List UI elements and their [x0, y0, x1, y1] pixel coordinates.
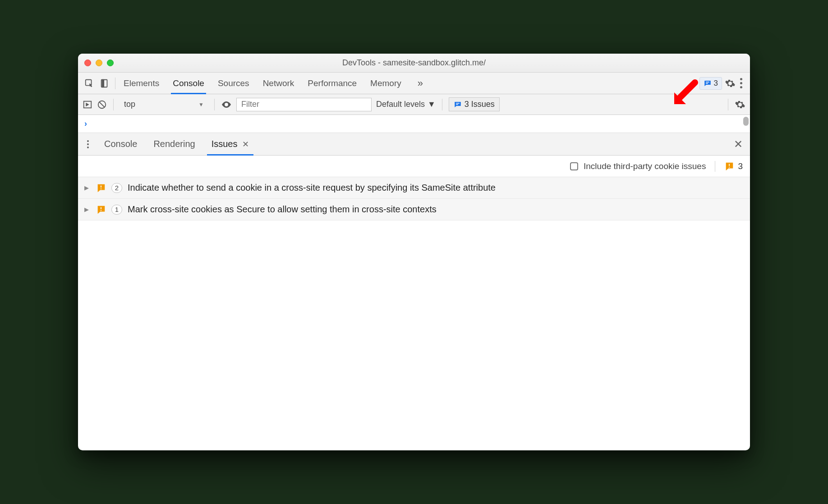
main-tabs: Elements Console Sources Network Perform… — [118, 73, 699, 94]
drawer-tab-rendering[interactable]: Rendering — [149, 133, 199, 155]
tab-network[interactable]: Network — [263, 73, 294, 94]
issue-title: Mark cross-site cookies as Secure to all… — [128, 203, 744, 215]
svg-rect-9 — [101, 188, 101, 189]
drawer-more-icon[interactable] — [83, 140, 93, 148]
filter-input[interactable] — [236, 98, 372, 111]
separator — [715, 161, 715, 172]
console-input-area[interactable]: › — [78, 115, 750, 133]
close-window-button[interactable] — [84, 60, 91, 66]
issues-count-text: 3 — [714, 79, 718, 88]
svg-rect-6 — [729, 164, 730, 166]
svg-rect-2 — [102, 79, 104, 87]
svg-rect-10 — [101, 207, 101, 209]
issues-button-label: 3 Issues — [465, 100, 495, 109]
console-settings-gear-icon[interactable] — [735, 99, 745, 110]
zoom-window-button[interactable] — [107, 60, 114, 66]
close-drawer-icon[interactable]: ✕ — [731, 138, 745, 151]
close-tab-icon[interactable]: ✕ — [242, 139, 249, 149]
issue-row[interactable]: ▶ 2 Indicate whether to send a cookie in… — [78, 177, 750, 199]
issue-count-badge: 2 — [111, 183, 122, 193]
settings-gear-icon[interactable] — [725, 78, 736, 89]
tab-console[interactable]: Console — [173, 73, 204, 94]
tab-performance[interactable]: Performance — [308, 73, 357, 94]
live-expression-eye-icon[interactable] — [221, 99, 232, 110]
warning-bubble-icon — [96, 183, 106, 193]
warning-bubble-icon — [724, 161, 734, 171]
main-toolbar: Elements Console Sources Network Perform… — [78, 73, 750, 94]
tab-elements[interactable]: Elements — [124, 73, 159, 94]
annotation-arrow-icon — [669, 79, 700, 110]
clear-console-icon[interactable] — [97, 100, 107, 110]
more-options-icon[interactable] — [736, 78, 746, 88]
expand-triangle-icon[interactable]: ▶ — [84, 184, 91, 191]
svg-rect-11 — [101, 210, 101, 211]
total-issues-indicator: 3 — [724, 161, 743, 171]
window-title: DevTools - samesite-sandbox.glitch.me/ — [78, 58, 750, 68]
svg-point-5 — [225, 104, 227, 105]
context-selector[interactable]: top ▼ — [120, 97, 208, 111]
issues-indicator-button[interactable]: 3 — [699, 77, 722, 90]
titlebar: DevTools - samesite-sandbox.glitch.me/ — [78, 54, 750, 73]
log-level-selector[interactable]: Default levels ▼ — [376, 100, 436, 109]
chat-icon — [704, 79, 712, 87]
issue-row[interactable]: ▶ 1 Mark cross-site cookies as Secure to… — [78, 199, 750, 220]
levels-label: Default levels — [376, 100, 425, 109]
drawer-tab-console[interactable]: Console — [100, 133, 142, 155]
svg-rect-7 — [729, 166, 730, 167]
issues-button[interactable]: 3 Issues — [449, 97, 500, 111]
chat-icon — [454, 101, 462, 109]
separator — [728, 99, 728, 110]
issue-count-badge: 1 — [111, 205, 122, 215]
more-tabs-chevron-icon[interactable]: » — [415, 78, 426, 89]
drawer-tab-issues[interactable]: Issues ✕ — [207, 133, 253, 155]
window-controls — [78, 60, 114, 66]
issue-title: Indicate whether to send a cookie in a c… — [128, 182, 744, 194]
separator — [442, 99, 442, 110]
issues-toolbar: Include third-party cookie issues 3 — [78, 156, 750, 177]
sidebar-toggle-icon[interactable] — [83, 100, 92, 110]
prompt-caret-icon: › — [84, 119, 87, 128]
third-party-checkbox-label: Include third-party cookie issues — [584, 161, 706, 171]
device-toggle-icon[interactable] — [97, 76, 112, 91]
svg-rect-8 — [101, 185, 101, 188]
separator — [214, 99, 215, 110]
dropdown-triangle-icon: ▼ — [198, 101, 204, 108]
minimize-window-button[interactable] — [96, 60, 102, 66]
tab-sources[interactable]: Sources — [218, 73, 249, 94]
drawer-tab-label: Issues — [212, 139, 238, 149]
tab-memory[interactable]: Memory — [370, 73, 401, 94]
include-third-party-checkbox[interactable] — [570, 162, 578, 170]
scrollbar-thumb[interactable] — [743, 117, 749, 126]
drawer-tabbar: Console Rendering Issues ✕ ✕ — [78, 133, 750, 156]
dropdown-triangle-icon: ▼ — [428, 100, 436, 109]
separator — [115, 78, 115, 89]
total-issues-count: 3 — [738, 161, 743, 171]
inspect-element-icon[interactable] — [82, 76, 97, 91]
warning-bubble-icon — [96, 205, 106, 215]
expand-triangle-icon[interactable]: ▶ — [84, 206, 91, 213]
devtools-window: DevTools - samesite-sandbox.glitch.me/ E… — [78, 54, 750, 450]
context-label: top — [124, 100, 135, 109]
console-toolbar: top ▼ Default levels ▼ 3 Issues — [78, 94, 750, 115]
separator — [113, 99, 114, 110]
